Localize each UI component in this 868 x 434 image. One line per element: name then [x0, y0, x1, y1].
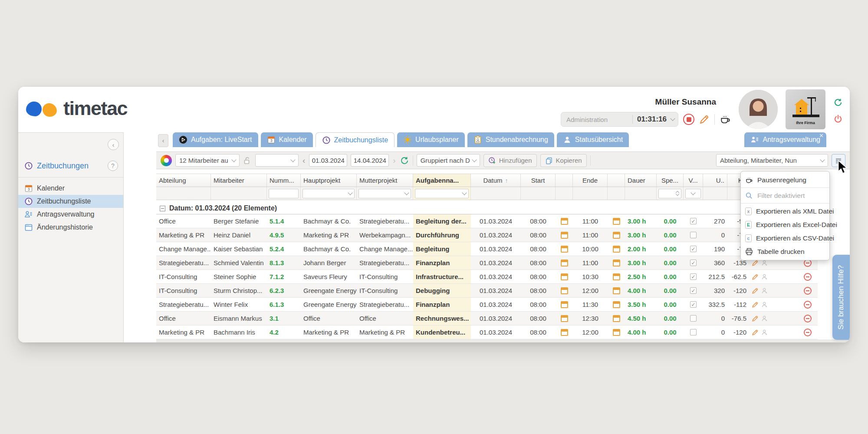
- tab-statusuebersicht[interactable]: Statusübersicht: [557, 132, 629, 147]
- column-header-nummer[interactable]: Numm...: [267, 174, 301, 187]
- filter-mutterprojekt[interactable]: [357, 187, 413, 200]
- checkbox-unchecked[interactable]: [690, 315, 697, 322]
- user-avatar[interactable]: [739, 90, 778, 129]
- calendar-icon[interactable]: [613, 329, 620, 336]
- edit-entry-icon[interactable]: [752, 273, 759, 280]
- checkbox-checked[interactable]: ✓: [690, 301, 697, 308]
- delete-entry-icon[interactable]: [804, 329, 812, 336]
- edit-note-icon[interactable]: [699, 114, 710, 125]
- table-row[interactable]: Marketing & PRHeinz Daniel4.9.5Marketing…: [156, 228, 818, 242]
- menu-item-export-csv[interactable]: c Exportieren als CSV-Datei: [741, 231, 829, 245]
- column-header-datum[interactable]: Datum ↑: [471, 174, 521, 187]
- menu-item-filter[interactable]: Filter deaktiviert: [741, 189, 829, 202]
- calendar-icon[interactable]: [561, 273, 568, 280]
- column-header-start-cal[interactable]: [556, 174, 573, 187]
- calendar-icon[interactable]: [561, 246, 568, 253]
- secondary-filter-select[interactable]: [255, 154, 299, 167]
- filter-ende[interactable]: [573, 187, 608, 200]
- filter-dauer[interactable]: [625, 187, 657, 200]
- tab-antragsverwaltung[interactable]: Antragsverwaltung ✕: [744, 132, 826, 147]
- table-row[interactable]: OfficeBerger Stefanie5.1.4Bachmayr & Co.…: [156, 214, 818, 228]
- columns-select[interactable]: Abteilung, Mitarbeiter, Nun: [716, 154, 828, 167]
- break-coffee-icon[interactable]: [720, 114, 731, 125]
- calendar-icon[interactable]: [613, 315, 620, 322]
- column-header-dauer[interactable]: Dauer: [625, 174, 657, 187]
- tab-kalender[interactable]: 3 Kalender: [261, 132, 313, 147]
- help-tab[interactable]: Sie brauchen Hilfe?: [832, 255, 850, 340]
- table-row[interactable]: IT-ConsultingSturm Christop...6.2.3Green…: [156, 284, 818, 298]
- calendar-icon[interactable]: [613, 260, 620, 266]
- sidebar-item-antragsverwaltung[interactable]: Antragsverwaltung: [18, 208, 123, 221]
- collapse-group-icon[interactable]: [160, 206, 165, 211]
- calendar-icon[interactable]: [613, 218, 620, 225]
- calendar-icon[interactable]: [613, 273, 620, 280]
- checkbox-checked[interactable]: ✓: [690, 246, 697, 252]
- checkbox-checked[interactable]: ✓: [690, 260, 697, 266]
- filter-verrechenbar[interactable]: [684, 187, 703, 200]
- sidebar-item-kalender[interactable]: 3 Kalender: [18, 182, 123, 195]
- filter-u[interactable]: [703, 187, 727, 200]
- sidebar-item-aenderungshistorie[interactable]: Änderungshistorie: [18, 221, 123, 234]
- menu-item-export-excel[interactable]: E Exportieren als Excel-Datei: [741, 218, 829, 231]
- table-row[interactable]: Marketing & PRBachmann Iris4.2Marketing …: [156, 326, 818, 339]
- calendar-icon[interactable]: [613, 232, 620, 239]
- calendar-icon[interactable]: [561, 301, 568, 308]
- calendar-icon[interactable]: [613, 301, 620, 308]
- calendar-icon[interactable]: [613, 246, 620, 253]
- filter-start[interactable]: [521, 187, 556, 200]
- date-from-input[interactable]: 01.03.2024: [309, 154, 347, 167]
- calendar-icon[interactable]: [561, 287, 568, 294]
- date-next-icon[interactable]: ›: [392, 156, 396, 165]
- color-wheel-icon[interactable]: [161, 155, 172, 166]
- column-header-verrechenbar[interactable]: V...: [684, 174, 703, 187]
- filter-datum[interactable]: [471, 187, 521, 200]
- assign-user-icon[interactable]: [761, 287, 768, 294]
- help-icon[interactable]: ?: [108, 161, 118, 171]
- assign-user-icon[interactable]: [761, 329, 768, 336]
- column-header-spesen[interactable]: Spe...: [657, 174, 684, 187]
- column-header-hauptprojekt[interactable]: Hauptprojekt: [301, 174, 357, 187]
- column-header-ende[interactable]: Ende: [573, 174, 608, 187]
- column-header-mutterprojekt[interactable]: Mutterprojekt: [357, 174, 413, 187]
- group-header-row[interactable]: Datum: 01.03.2024 (20 Elemente): [156, 203, 818, 214]
- menu-item-export-xml[interactable]: x Exportieren als XML Datei: [741, 204, 829, 218]
- employee-filter-select[interactable]: 12 Mitarbeiter au: [175, 154, 240, 167]
- filter-hauptprojekt[interactable]: [301, 187, 357, 200]
- delete-entry-icon[interactable]: [804, 301, 812, 309]
- tab-stundenabrechnung[interactable]: Stundenabrechnung: [467, 132, 554, 147]
- menu-item-print-table[interactable]: Tabelle drucken: [741, 245, 829, 258]
- column-header-u[interactable]: U..: [703, 174, 727, 187]
- menu-item-pausenregelung[interactable]: Pausenregelung: [741, 173, 829, 187]
- calendar-icon[interactable]: [561, 218, 568, 225]
- filter-nummer[interactable]: [267, 187, 301, 200]
- calendar-icon[interactable]: [561, 315, 568, 322]
- delete-entry-icon[interactable]: [804, 273, 812, 281]
- calendar-icon[interactable]: [613, 287, 620, 294]
- table-row[interactable]: Strategieberatu...Schmied Valentin8.1.3J…: [156, 256, 818, 270]
- tab-urlaubsplaner[interactable]: Urlaubsplaner: [397, 132, 465, 147]
- column-header-ende-cal[interactable]: [608, 174, 625, 187]
- horizontal-scrollbar[interactable]: [156, 339, 850, 342]
- calendar-icon[interactable]: [561, 260, 568, 266]
- edit-entry-icon[interactable]: [752, 315, 759, 322]
- sidebar-item-zeitbuchungsliste[interactable]: Zeitbuchungsliste: [18, 195, 123, 208]
- assign-user-icon[interactable]: [761, 315, 768, 322]
- close-tab-icon[interactable]: ✕: [819, 133, 824, 138]
- column-header-abteilung[interactable]: Abteilung: [156, 174, 211, 187]
- filter-aufgabenname[interactable]: [413, 187, 471, 200]
- chevron-down-icon[interactable]: [670, 116, 675, 121]
- delete-entry-icon[interactable]: [804, 315, 812, 322]
- logout-power-icon[interactable]: [833, 114, 843, 124]
- tab-zeitbuchungsliste[interactable]: Zeitbuchungsliste: [316, 132, 395, 147]
- calendar-icon[interactable]: [561, 232, 568, 239]
- delete-entry-icon[interactable]: [804, 287, 812, 295]
- edit-entry-icon[interactable]: [752, 329, 759, 336]
- date-prev-icon[interactable]: ‹: [302, 156, 306, 165]
- add-button[interactable]: Hinzufügen: [483, 154, 537, 167]
- group-by-select[interactable]: Gruppiert nach D: [417, 154, 480, 167]
- sidebar-collapse-button[interactable]: ‹: [108, 139, 119, 150]
- column-header-mitarbeiter[interactable]: Mitarbeiter: [211, 174, 267, 187]
- checkbox-checked[interactable]: ✓: [690, 218, 697, 224]
- filter-spesen[interactable]: [657, 187, 684, 200]
- checkbox-checked[interactable]: ✓: [690, 273, 697, 280]
